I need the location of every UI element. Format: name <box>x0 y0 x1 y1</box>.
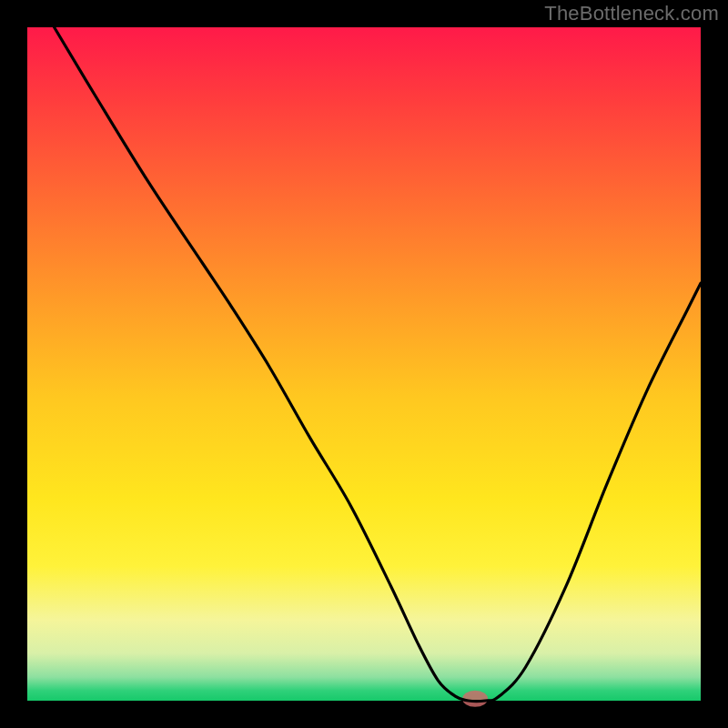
gradient-background <box>27 27 701 701</box>
chart-frame: { "watermark": "TheBottleneck.com", "cha… <box>0 0 728 728</box>
bottleneck-chart <box>0 0 728 728</box>
optimal-marker <box>462 691 488 707</box>
watermark-text: TheBottleneck.com <box>544 2 719 25</box>
